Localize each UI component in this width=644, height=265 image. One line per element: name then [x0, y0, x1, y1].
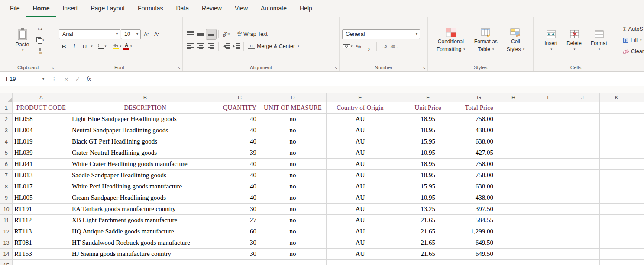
cell-F15[interactable]: [394, 260, 462, 265]
cell-A4[interactable]: HL019: [13, 136, 70, 147]
cell-B3[interactable]: Neutral Sandpaper Headlining goods: [70, 125, 220, 136]
cell-B4[interactable]: Black GT Perf Headlining goods: [70, 136, 220, 147]
confirm-entry-button[interactable]: ✓: [72, 73, 83, 85]
row-header-13[interactable]: 13: [0, 237, 13, 249]
cell-K14[interactable]: [600, 249, 634, 260]
cell-I7[interactable]: [531, 170, 565, 181]
cell-H6[interactable]: [496, 159, 531, 170]
cell-H13[interactable]: [496, 237, 531, 249]
row-header-5[interactable]: 5: [0, 147, 13, 159]
cell-G8[interactable]: 638.00: [462, 181, 496, 192]
cell-I6[interactable]: [531, 159, 565, 170]
align-bottom-button[interactable]: [206, 29, 216, 39]
cell-A6[interactable]: HL041: [13, 159, 70, 170]
cell-G6[interactable]: 758.00: [462, 159, 496, 170]
cell-H15[interactable]: [496, 260, 531, 265]
increase-indent-button[interactable]: [231, 42, 241, 51]
cell-K4[interactable]: [600, 136, 634, 147]
cell-H14[interactable]: [496, 249, 531, 260]
cell-L11[interactable]: [634, 215, 644, 226]
fill-color-button[interactable]: ▾: [112, 42, 123, 51]
cell-J5[interactable]: [565, 147, 600, 159]
paste-button[interactable]: Paste ▾: [11, 19, 34, 62]
shrink-font-button[interactable]: A▾: [152, 29, 162, 39]
cell-G4[interactable]: 638.00: [462, 136, 496, 147]
select-all-button[interactable]: [0, 93, 13, 102]
number-dialog-launcher[interactable]: ↘: [422, 66, 426, 70]
column-header-G[interactable]: G: [462, 93, 496, 102]
orientation-button[interactable]: ab▾: [221, 29, 231, 39]
cell-D4[interactable]: no: [259, 136, 327, 147]
insert-function-button[interactable]: fx: [83, 73, 94, 85]
cell-K10[interactable]: [600, 204, 634, 215]
cell-F3[interactable]: 10.95: [394, 125, 462, 136]
cell-J14[interactable]: [565, 249, 600, 260]
alignment-dialog-launcher[interactable]: ↘: [334, 66, 337, 70]
comma-button[interactable]: ,: [364, 42, 374, 51]
cell-styles-button[interactable]: Cell Styles▾: [503, 19, 528, 62]
cell-F7[interactable]: 18.95: [394, 170, 462, 181]
cell-A3[interactable]: HL004: [13, 125, 70, 136]
row-header-3[interactable]: 3: [0, 125, 13, 136]
align-top-button[interactable]: [185, 29, 195, 39]
cell-L1[interactable]: [634, 102, 644, 114]
cell-H9[interactable]: [496, 192, 531, 204]
row-header-7[interactable]: 7: [0, 170, 13, 181]
cell-I5[interactable]: [531, 147, 565, 159]
tab-page-layout[interactable]: Page Layout: [84, 0, 131, 17]
cell-J12[interactable]: [565, 226, 600, 237]
merge-center-button[interactable]: ↔ Merge & Center ▾: [246, 42, 301, 51]
cell-L4[interactable]: [634, 136, 644, 147]
cell-F14[interactable]: 21.65: [394, 249, 462, 260]
cell-B7[interactable]: Saddle Sandpaper Headlining goods: [70, 170, 220, 181]
borders-button[interactable]: ▾: [97, 42, 107, 51]
cell-A14[interactable]: RT153: [13, 249, 70, 260]
cell-J13[interactable]: [565, 237, 600, 249]
number-format-select[interactable]: General▾: [342, 29, 420, 39]
cell-F10[interactable]: 13.25: [394, 204, 462, 215]
row-header-4[interactable]: 4: [0, 136, 13, 147]
cell-E10[interactable]: AU: [327, 204, 394, 215]
cell-A11[interactable]: RT112: [13, 215, 70, 226]
row-header-9[interactable]: 9: [0, 192, 13, 204]
cell-D13[interactable]: no: [259, 237, 327, 249]
cell-I2[interactable]: [531, 114, 565, 125]
align-middle-button[interactable]: [196, 29, 206, 39]
align-left-button[interactable]: [185, 42, 195, 51]
cell-L14[interactable]: [634, 249, 644, 260]
cut-button[interactable]: ✂: [36, 24, 45, 34]
cell-G13[interactable]: 649.50: [462, 237, 496, 249]
cell-D8[interactable]: no: [259, 181, 327, 192]
clipboard-dialog-launcher[interactable]: ↘: [51, 66, 54, 70]
cell-C7[interactable]: 40: [220, 170, 259, 181]
cell-H4[interactable]: [496, 136, 531, 147]
cell-D11[interactable]: no: [259, 215, 327, 226]
increase-decimal-button[interactable]: ←.0: [379, 42, 389, 51]
cell-D12[interactable]: no: [259, 226, 327, 237]
cell-E9[interactable]: AU: [327, 192, 394, 204]
tab-formulas[interactable]: Formulas: [131, 0, 169, 17]
cell-I14[interactable]: [531, 249, 565, 260]
cell-B5[interactable]: Crater Neutral Headlining goods: [70, 147, 220, 159]
cell-F4[interactable]: 15.95: [394, 136, 462, 147]
underline-button[interactable]: U: [80, 42, 90, 51]
cell-I8[interactable]: [531, 181, 565, 192]
cell-C10[interactable]: 30: [220, 204, 259, 215]
cell-L2[interactable]: [634, 114, 644, 125]
cell-L9[interactable]: [634, 192, 644, 204]
percent-button[interactable]: %: [354, 42, 364, 51]
cell-L5[interactable]: [634, 147, 644, 159]
tab-home[interactable]: Home: [26, 0, 56, 17]
fill-button[interactable]: Fill▾: [621, 35, 643, 45]
column-header-H[interactable]: H: [496, 93, 531, 102]
cell-B8[interactable]: White Perf Headlining goods manufacture: [70, 181, 220, 192]
cell-I9[interactable]: [531, 192, 565, 204]
grow-font-button[interactable]: A▴: [141, 29, 151, 39]
column-header-K[interactable]: K: [600, 93, 634, 102]
cell-C8[interactable]: 40: [220, 181, 259, 192]
cell-C3[interactable]: 40: [220, 125, 259, 136]
cell-K1[interactable]: [600, 102, 634, 114]
cell-L15[interactable]: [634, 260, 644, 265]
cell-G7[interactable]: 758.00: [462, 170, 496, 181]
cell-J15[interactable]: [565, 260, 600, 265]
